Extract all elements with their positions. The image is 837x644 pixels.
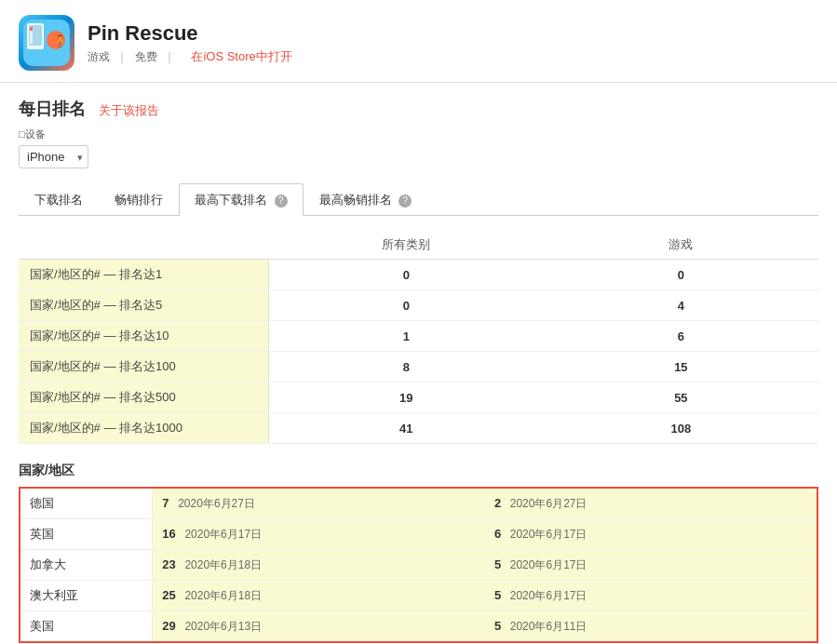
- country-game-rank-num: 2: [494, 496, 501, 510]
- country-game-rank-date: 2020年6月17日: [510, 528, 587, 541]
- svg-rect-4: [30, 27, 33, 31]
- col-header-all-categories: 所有类别: [268, 231, 543, 260]
- tab-top-download-rank-label: 最高下载排名: [195, 193, 267, 207]
- country-all-rank-cell: 23 2020年6月18日: [153, 550, 485, 581]
- country-game-rank-cell: 5 2020年6月11日: [485, 611, 817, 643]
- summary-row-label: 国家/地区的# — 排名达1: [19, 260, 268, 290]
- summary-table: 所有类别 游戏 国家/地区的# — 排名达1 0 0 国家/地区的# — 排名达…: [19, 231, 818, 444]
- report-link[interactable]: 关于该报告: [99, 103, 159, 117]
- country-game-rank-date: 2020年6月17日: [510, 558, 587, 571]
- country-game-rank-num: 6: [494, 527, 501, 541]
- country-game-rank-date: 2020年6月17日: [510, 589, 587, 602]
- country-all-rank-cell: 16 2020年6月17日: [153, 519, 485, 550]
- summary-row: 国家/地区的# — 排名达100 8 15: [19, 352, 818, 382]
- country-all-rank-date: 2020年6月17日: [184, 528, 262, 541]
- tab-download-rank-label: 下载排名: [34, 193, 83, 207]
- summary-row-all-cat: 0: [268, 290, 543, 321]
- country-all-rank-num: 25: [162, 588, 175, 602]
- col-header-games: 游戏: [544, 231, 818, 260]
- country-row: 加拿大 23 2020年6月18日 5 2020年6月17日: [20, 550, 817, 581]
- country-table: 德国 7 2020年6月27日 2 2020年6月27日 英国 16 2020年…: [19, 487, 818, 643]
- summary-row: 国家/地区的# — 排名达500 19 55: [19, 382, 818, 413]
- section-title: 每日排名: [19, 100, 86, 118]
- app-pricing: 免费: [135, 50, 157, 63]
- country-all-rank-date: 2020年6月18日: [184, 558, 262, 571]
- country-section-title: 国家/地区: [19, 463, 818, 479]
- summary-row-all-cat: 41: [268, 413, 543, 444]
- country-row: 英国 16 2020年6月17日 6 2020年6月17日: [20, 519, 817, 550]
- summary-row-games: 6: [544, 321, 818, 352]
- country-all-rank-date: 2020年6月13日: [184, 620, 262, 633]
- tab-trending-rank-label: 畅销排行: [115, 193, 163, 207]
- device-select-wrapper: iPhone iPad iPod: [19, 145, 88, 168]
- country-row: 德国 7 2020年6月27日 2 2020年6月27日: [20, 488, 817, 519]
- main-content: 所有类别 游戏 国家/地区的# — 排名达1 0 0 国家/地区的# — 排名达…: [0, 216, 837, 644]
- country-name: 澳大利亚: [20, 581, 153, 611]
- summary-row-all-cat: 8: [268, 352, 543, 382]
- tab-trending-rank[interactable]: 畅销排行: [99, 183, 179, 216]
- top-trending-help-icon[interactable]: ?: [398, 195, 412, 208]
- summary-row-label: 国家/地区的# — 排名达5: [19, 290, 268, 321]
- country-all-rank-num: 7: [162, 496, 169, 510]
- summary-row-label: 国家/地区的# — 排名达100: [19, 352, 268, 382]
- sep1: ｜: [116, 50, 128, 63]
- sep2: ｜: [164, 50, 175, 63]
- summary-row-all-cat: 1: [268, 321, 543, 352]
- country-all-rank-date: 2020年6月27日: [178, 497, 255, 510]
- country-all-rank-cell: 25 2020年6月18日: [153, 581, 485, 611]
- col-header-empty: [19, 231, 268, 260]
- summary-row-games: 0: [544, 260, 818, 290]
- country-row: 美国 29 2020年6月13日 5 2020年6月11日: [20, 611, 817, 643]
- app-title-area: Pin Rescue 游戏 ｜ 免费 ｜ 在iOS Store中打开: [88, 21, 292, 65]
- summary-row: 国家/地区的# — 排名达5 0 4: [19, 290, 818, 321]
- summary-row-games: 4: [544, 290, 818, 321]
- country-name: 美国: [20, 611, 153, 643]
- summary-row: 国家/地区的# — 排名达1000 41 108: [19, 413, 818, 444]
- app-category: 游戏: [88, 50, 110, 63]
- country-game-rank-date: 2020年6月11日: [510, 620, 587, 633]
- tab-download-rank[interactable]: 下载排名: [19, 183, 99, 216]
- section-header: 每日排名 关于该报告 □设备 iPhone iPad iPod: [0, 83, 837, 183]
- summary-row-label: 国家/地区的# — 排名达500: [19, 382, 268, 413]
- app-meta: 游戏 ｜ 免费 ｜ 在iOS Store中打开: [88, 48, 292, 65]
- country-game-rank-date: 2020年6月27日: [510, 497, 587, 510]
- tab-top-trending-rank[interactable]: 最高畅销排名 ?: [304, 183, 428, 216]
- app-icon: 🧍: [19, 15, 74, 71]
- country-all-rank-num: 23: [162, 557, 175, 571]
- country-all-rank-num: 16: [162, 527, 175, 541]
- country-game-rank-cell: 5 2020年6月17日: [485, 581, 817, 611]
- tab-top-trending-rank-label: 最高畅销排名: [319, 193, 392, 207]
- summary-row-games: 108: [544, 413, 818, 444]
- summary-row: 国家/地区的# — 排名达10 1 6: [19, 321, 818, 352]
- country-game-rank-cell: 5 2020年6月17日: [485, 550, 817, 581]
- top-download-help-icon[interactable]: ?: [275, 195, 288, 208]
- country-name: 德国: [20, 488, 153, 519]
- summary-row-all-cat: 0: [268, 260, 543, 290]
- summary-row-games: 15: [544, 352, 818, 382]
- country-all-rank-cell: 29 2020年6月13日: [153, 611, 485, 643]
- country-row: 澳大利亚 25 2020年6月18日 5 2020年6月17日: [20, 581, 817, 611]
- device-label: □设备: [19, 127, 818, 141]
- summary-row: 国家/地区的# — 排名达1 0 0: [19, 260, 818, 290]
- country-game-rank-cell: 6 2020年6月17日: [485, 519, 817, 550]
- summary-row-games: 55: [544, 382, 818, 413]
- store-link[interactable]: 在iOS Store中打开: [191, 49, 291, 63]
- country-name: 英国: [20, 519, 153, 550]
- app-name: Pin Rescue: [88, 21, 292, 46]
- country-game-rank-cell: 2 2020年6月27日: [485, 488, 817, 519]
- summary-row-all-cat: 19: [268, 382, 543, 413]
- device-select[interactable]: iPhone iPad iPod: [19, 145, 88, 168]
- tab-top-download-rank[interactable]: 最高下载排名 ?: [179, 183, 304, 216]
- country-game-rank-num: 5: [494, 619, 501, 633]
- summary-row-label: 国家/地区的# — 排名达1000: [19, 413, 268, 444]
- country-all-rank-cell: 7 2020年6月27日: [153, 488, 485, 519]
- country-name: 加拿大: [20, 550, 153, 581]
- country-all-rank-num: 29: [162, 619, 175, 633]
- svg-text:🧍: 🧍: [53, 34, 67, 47]
- tab-bar: 下载排名 畅销排行 最高下载排名 ? 最高畅销排名 ?: [19, 183, 818, 216]
- country-all-rank-date: 2020年6月18日: [184, 589, 262, 602]
- country-game-rank-num: 5: [494, 588, 501, 602]
- summary-row-label: 国家/地区的# — 排名达10: [19, 321, 268, 352]
- country-game-rank-num: 5: [494, 557, 501, 571]
- app-header: 🧍 Pin Rescue 游戏 ｜ 免费 ｜ 在iOS Store中打开: [0, 0, 837, 83]
